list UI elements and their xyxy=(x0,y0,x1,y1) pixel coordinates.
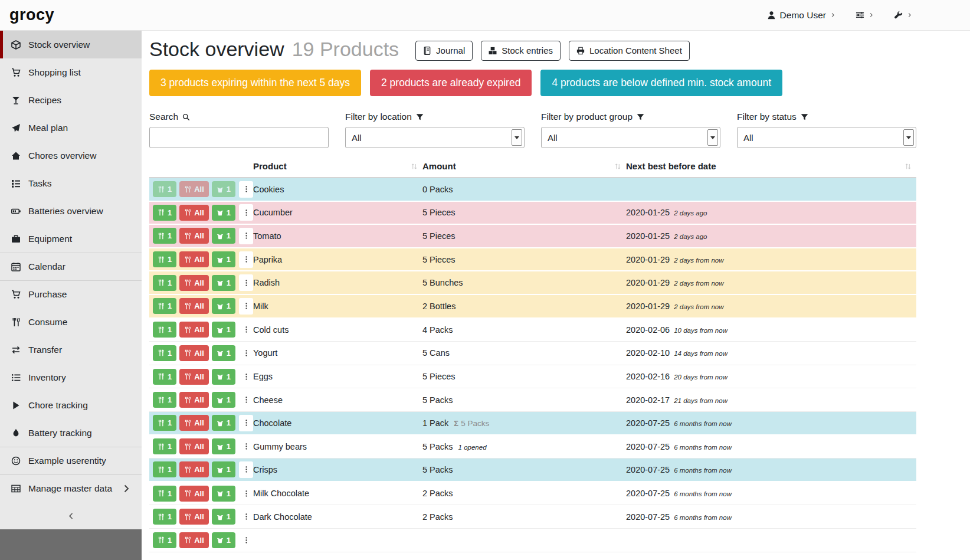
row-menu-button[interactable] xyxy=(239,532,253,548)
consume-all-button[interactable]: All xyxy=(179,369,209,385)
row-menu-button[interactable] xyxy=(239,461,253,478)
filter-by-status-select[interactable]: All xyxy=(737,127,916,148)
row-menu-button[interactable] xyxy=(239,322,253,338)
sidebar-item-battery-tracking[interactable]: Battery tracking xyxy=(0,419,142,447)
sidebar-item-recipes[interactable]: Recipes xyxy=(0,86,142,114)
row-menu-button[interactable] xyxy=(239,228,253,244)
consume-all-button[interactable]: All xyxy=(179,345,209,361)
sidebar-item-meal-plan[interactable]: Meal plan xyxy=(0,114,142,142)
admin-menu[interactable] xyxy=(894,11,912,19)
consume-one-button[interactable]: 1 xyxy=(153,181,176,197)
open-one-button[interactable]: 1 xyxy=(212,415,235,431)
row-menu-button[interactable] xyxy=(239,181,253,198)
consume-one-button[interactable]: 1 xyxy=(153,205,176,221)
user-menu[interactable]: Demo User xyxy=(767,10,835,21)
row-menu-button[interactable] xyxy=(239,345,253,361)
consume-all-button[interactable]: All xyxy=(179,275,209,291)
sidebar-item-consume[interactable]: Consume xyxy=(0,308,142,336)
consume-one-button[interactable]: 1 xyxy=(153,509,176,525)
search-input[interactable] xyxy=(149,127,329,148)
consume-all-button[interactable]: All xyxy=(179,438,209,454)
open-one-button[interactable]: 1 xyxy=(212,438,235,454)
filter-by-product-group-select[interactable]: All xyxy=(541,127,720,148)
journal-button[interactable]: Journal xyxy=(415,41,473,61)
status-alert-3[interactable]: 4 products are below defined min. stock … xyxy=(540,70,782,96)
sidebar-item-tasks[interactable]: Tasks xyxy=(0,169,142,197)
open-one-button[interactable]: 1 xyxy=(212,345,235,361)
sidebar-item-chore-tracking[interactable]: Chore tracking xyxy=(0,391,142,419)
consume-one-button[interactable]: 1 xyxy=(153,322,176,338)
row-menu-button[interactable] xyxy=(239,509,253,525)
sidebar-item-purchase[interactable]: Purchase xyxy=(0,280,142,308)
consume-all-button[interactable]: All xyxy=(179,509,209,525)
row-menu-button[interactable] xyxy=(239,204,253,221)
consume-one-button[interactable]: 1 xyxy=(153,251,176,267)
consume-all-button[interactable]: All xyxy=(179,486,209,502)
sidebar-collapse-button[interactable] xyxy=(0,502,142,529)
filter-by-location-select[interactable]: All xyxy=(345,127,525,148)
consume-one-button[interactable]: 1 xyxy=(153,369,176,385)
sidebar-item-batteries-overview[interactable]: Batteries overview xyxy=(0,197,142,225)
consume-one-button[interactable]: 1 xyxy=(153,532,176,548)
app-logo[interactable]: grocy xyxy=(9,6,54,24)
open-one-button[interactable]: 1 xyxy=(212,461,235,477)
consume-one-button[interactable]: 1 xyxy=(153,228,176,244)
consume-one-button[interactable]: 1 xyxy=(153,392,176,408)
consume-all-button[interactable]: All xyxy=(179,461,209,477)
row-menu-button[interactable] xyxy=(239,274,253,291)
sidebar-item-equipment[interactable]: Equipment xyxy=(0,225,142,253)
consume-one-button[interactable]: 1 xyxy=(153,438,176,454)
sidebar-item-calendar[interactable]: Calendar xyxy=(0,253,142,280)
row-menu-button[interactable] xyxy=(239,298,253,315)
location-content-sheet-button[interactable]: Location Content Sheet xyxy=(569,41,690,61)
sidebar-item-transfer[interactable]: Transfer xyxy=(0,336,142,363)
consume-all-button[interactable]: All xyxy=(179,392,209,408)
consume-all-button[interactable]: All xyxy=(179,415,209,431)
consume-one-button[interactable]: 1 xyxy=(153,298,176,314)
consume-all-button[interactable]: All xyxy=(179,205,209,221)
status-alert-2[interactable]: 2 products are already expired xyxy=(370,70,532,96)
consume-one-button[interactable]: 1 xyxy=(153,486,176,502)
sidebar-item-chores-overview[interactable]: Chores overview xyxy=(0,142,142,169)
status-alert-1[interactable]: 3 products expiring within the next 5 da… xyxy=(149,70,361,96)
row-menu-button[interactable] xyxy=(239,415,253,431)
open-one-button[interactable]: 1 xyxy=(212,181,235,197)
sidebar-item-stock-overview[interactable]: Stock overview xyxy=(0,31,142,58)
sidebar-item-manage-master-data[interactable]: Manage master data xyxy=(0,474,142,502)
consume-all-button[interactable]: All xyxy=(179,228,209,244)
sidebar-item-inventory[interactable]: Inventory xyxy=(0,363,142,391)
consume-one-button[interactable]: 1 xyxy=(153,415,176,431)
consume-all-button[interactable]: All xyxy=(179,298,209,314)
consume-one-button[interactable]: 1 xyxy=(153,461,176,477)
sidebar-item-example-userentity[interactable]: Example userentity xyxy=(0,447,142,474)
consume-one-button[interactable]: 1 xyxy=(153,345,176,361)
consume-all-button[interactable]: All xyxy=(179,251,209,267)
row-menu-button[interactable] xyxy=(239,368,253,385)
stock-entries-button[interactable]: Stock entries xyxy=(481,41,561,61)
sidebar-item-shopping-list[interactable]: Shopping list xyxy=(0,58,142,86)
consume-all-button[interactable]: All xyxy=(179,322,209,338)
column-header-amount[interactable]: Amount xyxy=(422,161,626,171)
open-one-button[interactable]: 1 xyxy=(212,228,235,244)
open-one-button[interactable]: 1 xyxy=(212,205,235,221)
row-menu-button[interactable] xyxy=(239,485,253,502)
open-one-button[interactable]: 1 xyxy=(212,251,235,267)
consume-one-button[interactable]: 1 xyxy=(153,275,176,291)
consume-all-button[interactable]: All xyxy=(179,532,209,548)
open-one-button[interactable]: 1 xyxy=(212,369,235,385)
consume-all-button[interactable]: All xyxy=(179,181,209,197)
open-one-button[interactable]: 1 xyxy=(212,486,235,502)
column-header-next-best-before-date[interactable]: Next best before date xyxy=(626,161,916,171)
settings-menu[interactable] xyxy=(856,11,874,19)
open-one-button[interactable]: 1 xyxy=(212,509,235,525)
column-header-product[interactable]: Product xyxy=(253,161,422,171)
row-menu-button[interactable] xyxy=(239,251,253,268)
open-one-button[interactable]: 1 xyxy=(212,298,235,314)
product-name: Crisps xyxy=(253,465,422,474)
open-one-button[interactable]: 1 xyxy=(212,322,235,338)
open-one-button[interactable]: 1 xyxy=(212,392,235,408)
open-one-button[interactable]: 1 xyxy=(212,532,235,548)
row-menu-button[interactable] xyxy=(239,392,253,408)
row-menu-button[interactable] xyxy=(239,438,253,455)
open-one-button[interactable]: 1 xyxy=(212,275,235,291)
